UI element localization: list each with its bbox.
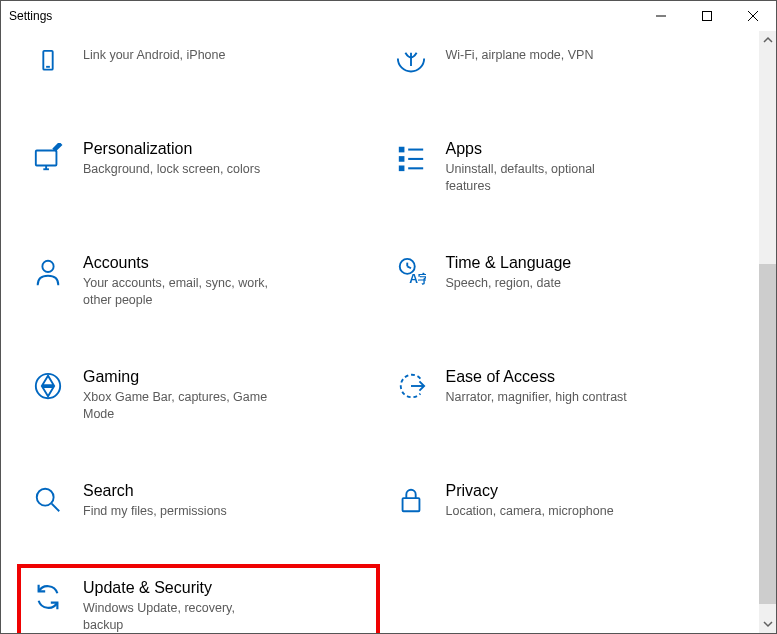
close-button[interactable] [730,1,776,31]
tile-desc: Wi-Fi, airplane mode, VPN [446,47,594,64]
tile-desc: Background, lock screen, colors [83,161,260,178]
tile-personalization[interactable]: Personalization Background, lock screen,… [27,135,370,199]
privacy-icon [394,483,428,517]
settings-grid: Link your Android, iPhone Wi-Fi, airplan… [1,31,758,633]
tile-title: Apps [446,139,636,159]
search-icon [31,483,65,517]
empty-tile [390,574,733,633]
tile-phone[interactable]: Link your Android, iPhone [27,41,370,85]
tile-title: Time & Language [446,253,572,273]
ease-of-access-icon [394,369,428,403]
tile-title: Accounts [83,253,273,273]
tile-title: Gaming [83,367,273,387]
scrollbar-thumb[interactable] [759,264,776,604]
tile-desc: Narrator, magnifier, high contrast [446,389,627,406]
tile-desc: Xbox Game Bar, captures, Game Mode [83,389,273,423]
settings-window: Settings [0,0,777,634]
titlebar: Settings [1,1,776,31]
vertical-scrollbar[interactable] [758,31,776,633]
scroll-down-arrow[interactable] [759,615,776,633]
tile-update-security[interactable]: Update & Security Windows Update, recove… [27,574,370,633]
tile-title: Search [83,481,227,501]
scroll-up-arrow[interactable] [759,31,776,49]
svg-rect-7 [36,151,57,166]
accounts-icon [31,255,65,289]
svg-line-24 [52,504,60,512]
content-area: Link your Android, iPhone Wi-Fi, airplan… [1,31,758,633]
apps-icon [394,141,428,175]
tile-title: Personalization [83,139,260,159]
svg-rect-25 [402,498,419,511]
tile-time-language[interactable]: A字 Time & Language Speech, region, date [390,249,733,313]
tile-desc: Link your Android, iPhone [83,47,225,64]
window-title: Settings [9,9,52,23]
svg-rect-10 [398,147,404,153]
tile-desc: Find my files, permissions [83,503,227,520]
gaming-icon [31,369,65,403]
window-controls [638,1,776,31]
phone-icon [31,47,65,81]
svg-rect-12 [398,166,404,172]
tile-desc: Location, camera, microphone [446,503,614,520]
globe-icon [394,47,428,81]
tile-accounts[interactable]: Accounts Your accounts, email, sync, wor… [27,249,370,313]
tile-desc: Windows Update, recovery, backup [83,600,273,633]
tile-title: Privacy [446,481,614,501]
personalization-icon [31,141,65,175]
tile-desc: Uninstall, defaults, optional features [446,161,636,195]
tile-privacy[interactable]: Privacy Location, camera, microphone [390,477,733,524]
update-icon [31,580,65,614]
svg-point-16 [42,261,53,272]
svg-text:A字: A字 [409,272,426,286]
tile-apps[interactable]: Apps Uninstall, defaults, optional featu… [390,135,733,199]
tile-desc: Your accounts, email, sync, work, other … [83,275,273,309]
tile-ease-of-access[interactable]: Ease of Access Narrator, magnifier, high… [390,363,733,427]
maximize-button[interactable] [684,1,730,31]
svg-rect-11 [398,156,404,162]
tile-search[interactable]: Search Find my files, permissions [27,477,370,524]
tile-gaming[interactable]: Gaming Xbox Game Bar, captures, Game Mod… [27,363,370,427]
tile-desc: Speech, region, date [446,275,572,292]
minimize-button[interactable] [638,1,684,31]
tile-network[interactable]: Wi-Fi, airplane mode, VPN [390,41,733,85]
time-language-icon: A字 [394,255,428,289]
svg-rect-1 [703,12,712,21]
tile-title: Ease of Access [446,367,627,387]
svg-point-23 [37,489,54,506]
scrollbar-track[interactable] [759,49,776,615]
tile-title: Update & Security [83,578,273,598]
svg-line-19 [407,266,411,268]
